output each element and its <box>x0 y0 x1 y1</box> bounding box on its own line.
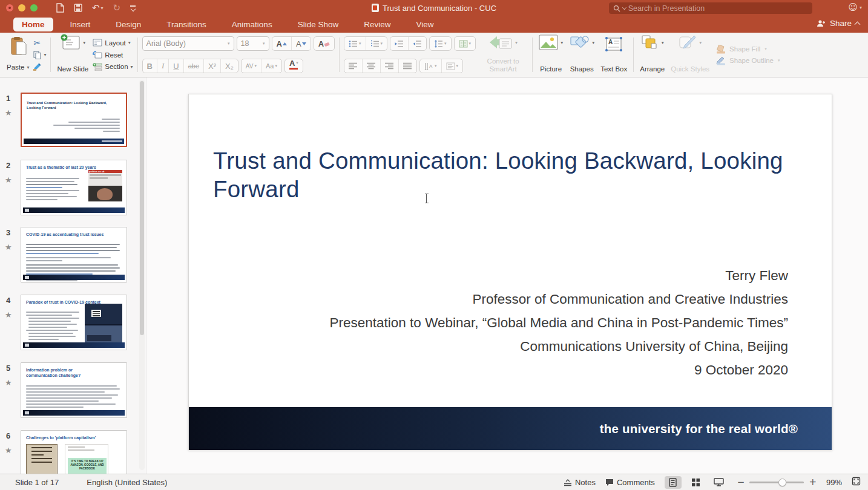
thumb-image-politics: politics.co.uk <box>88 170 122 201</box>
redo-button[interactable]: ↻ <box>113 2 121 13</box>
columns-button[interactable]: ▾ <box>455 37 476 50</box>
line-spacing-button[interactable]: ▾ <box>430 37 451 50</box>
slide-2-thumbnail[interactable]: Trust as a thematic of last 20 years pol… <box>21 160 127 215</box>
italic-button[interactable]: I <box>157 59 168 73</box>
slide-title-textbox[interactable]: Trust and Communication: Looking Backwar… <box>213 146 788 204</box>
close-button[interactable] <box>6 4 13 11</box>
thumb-footer-bar <box>23 207 125 213</box>
tab-design[interactable]: Design <box>107 18 150 31</box>
increase-indent-button[interactable] <box>408 37 426 50</box>
customize-toolbar-button[interactable] <box>130 5 136 11</box>
window-title: Trust and Communication - CUC <box>383 4 496 13</box>
slide-6-thumbnail[interactable]: Challenges to 'platform capitalism' IT'S… <box>21 430 127 474</box>
section-button[interactable]: Section ▾ <box>93 60 133 73</box>
feedback-button[interactable]: ☺ ▾ <box>848 2 862 13</box>
picture-icon <box>539 34 558 50</box>
shape-outline-button[interactable]: Shape Outline ▾ <box>716 56 780 65</box>
reset-button[interactable]: Reset <box>93 49 133 61</box>
new-slide-button[interactable]: ▾ New Slide <box>54 35 91 74</box>
zoom-out-button[interactable]: − <box>737 477 745 488</box>
slide-sorter-view-button[interactable] <box>688 476 705 489</box>
numbering-button[interactable]: ▾ <box>366 37 387 50</box>
thumb-title: Challenges to 'platform capitalism' <box>21 431 127 441</box>
slide-1-thumbnail[interactable]: Trust and Communication: Looking Backwar… <box>21 93 127 147</box>
layout-icon <box>93 39 102 47</box>
change-case-button[interactable]: Aa▾ <box>261 59 281 73</box>
align-right-button[interactable] <box>380 59 398 73</box>
font-color-button[interactable]: A▾ <box>284 59 303 73</box>
align-left-button[interactable] <box>344 59 362 73</box>
layout-button[interactable]: Layout ▾ <box>93 37 133 49</box>
character-spacing-button[interactable]: AV▾ <box>242 59 261 73</box>
shape-fill-button[interactable]: Shape Fill ▾ <box>716 45 780 54</box>
notes-button[interactable]: Notes <box>564 478 596 487</box>
slide-show-button[interactable] <box>711 476 728 489</box>
fit-slide-button[interactable] <box>852 477 861 488</box>
cut-button[interactable]: ✂ <box>33 37 46 49</box>
tab-view[interactable]: View <box>407 18 442 31</box>
superscript-button[interactable]: X² <box>203 59 220 73</box>
save-button[interactable] <box>74 4 82 12</box>
quick-styles-button[interactable]: ▾ Quick Styles <box>668 35 712 74</box>
transition-star-icon: ★ <box>5 175 12 185</box>
slide-5-thumbnail[interactable]: Information problem or communication cha… <box>21 362 127 418</box>
shrink-font-button[interactable]: A <box>291 37 311 50</box>
numbering-icon <box>370 40 380 48</box>
minimize-button[interactable] <box>18 4 25 11</box>
decrease-indent-button[interactable] <box>390 37 408 50</box>
align-text-button[interactable]: ▾ <box>441 59 463 73</box>
paste-button[interactable]: Paste▾ <box>4 35 32 74</box>
comments-button[interactable]: Comments <box>605 478 655 487</box>
tab-animations[interactable]: Animations <box>223 18 281 31</box>
bold-button[interactable]: B <box>143 59 157 73</box>
zoom-control: − + <box>737 477 817 488</box>
zoom-percentage[interactable]: 99% <box>826 478 842 487</box>
font-name-select[interactable]: Arial (Body) ▾ <box>142 36 234 51</box>
align-center-button[interactable] <box>362 59 380 73</box>
clear-formatting-button[interactable]: A <box>314 36 335 51</box>
tab-review[interactable]: Review <box>355 18 399 31</box>
strikethrough-button[interactable]: abe <box>183 59 203 73</box>
underline-button[interactable]: U <box>168 59 183 73</box>
bullets-button[interactable]: ▾ <box>344 37 366 50</box>
slide-3-thumbnail[interactable]: COVID-19 as accentuating trust issues <box>21 227 127 283</box>
grow-font-button[interactable]: A <box>272 37 291 50</box>
new-document-button[interactable] <box>56 3 64 13</box>
align-right-icon <box>385 62 394 70</box>
language-selector[interactable]: English (United States) <box>87 478 167 487</box>
tab-transitions[interactable]: Transitions <box>158 18 215 31</box>
thumbnail-scrollbar-thumb[interactable] <box>140 81 144 335</box>
text-box-button[interactable]: A Text Box <box>597 35 630 74</box>
subscript-button[interactable]: X₂ <box>220 59 238 73</box>
zoom-slider-thumb[interactable] <box>778 479 786 486</box>
search-input[interactable] <box>628 4 808 13</box>
justify-button[interactable] <box>398 59 416 73</box>
convert-to-smartart-label: Convert to SmartArt <box>480 57 526 73</box>
zoom-in-button[interactable]: + <box>809 477 817 488</box>
text-direction-button[interactable]: A ▾ <box>420 59 441 73</box>
current-slide[interactable]: Trust and Communication: Looking Backwar… <box>188 94 832 450</box>
zoom-button[interactable] <box>30 4 38 11</box>
powerpoint-file-icon <box>372 4 379 12</box>
shapes-button[interactable]: ▾ Shapes <box>566 35 597 74</box>
tab-insert[interactable]: Insert <box>62 18 99 31</box>
section-caret-icon: ▾ <box>131 64 133 70</box>
search-box[interactable] <box>609 2 812 14</box>
zoom-slider[interactable] <box>749 482 804 483</box>
slide-subtitle-textbox[interactable]: Terry Flew Professor of Communication an… <box>231 264 788 382</box>
picture-button[interactable]: ▾ Picture <box>536 35 566 74</box>
slide-show-icon <box>714 478 724 486</box>
tab-home[interactable]: Home <box>13 18 53 31</box>
normal-view-button[interactable] <box>665 476 682 489</box>
undo-button[interactable]: ↶ ▾ <box>92 2 104 13</box>
slide-counter: Slide 1 of 17 <box>15 478 59 487</box>
share-button[interactable]: Share <box>817 19 860 28</box>
font-size-select[interactable]: 18 ▾ <box>237 36 269 51</box>
tab-slide-show[interactable]: Slide Show <box>289 18 347 31</box>
arrange-button[interactable]: ▾ Arrange <box>637 35 668 74</box>
copy-button[interactable]: ▾ <box>33 49 46 61</box>
slide-4-thumbnail[interactable]: Paradox of trust in COVID-19 context <box>21 295 127 350</box>
format-painter-button[interactable] <box>33 60 46 73</box>
convert-to-smartart-button[interactable]: ▾ Convert to SmartArt <box>477 35 529 74</box>
thumbnail-scrollbar[interactable] <box>139 80 145 470</box>
